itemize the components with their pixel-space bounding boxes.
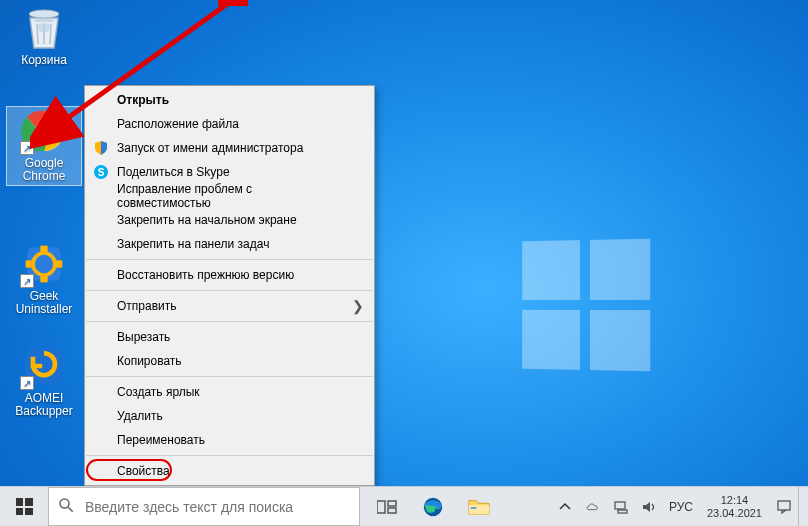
menu-item-run-as-admin[interactable]: Запуск от имени администратора <box>85 136 374 160</box>
menu-item-restore-previous[interactable]: Восстановить прежнюю версию <box>85 263 374 287</box>
menu-item-rename[interactable]: Переименовать <box>85 428 374 452</box>
desktop-icon-recycle-bin[interactable]: Корзина <box>6 4 82 69</box>
search-icon <box>57 496 75 518</box>
svg-rect-8 <box>26 260 33 267</box>
svg-rect-7 <box>40 275 47 282</box>
menu-item-properties[interactable]: Свойства <box>85 459 374 483</box>
menu-separator <box>86 259 373 260</box>
tray-network[interactable] <box>607 487 635 526</box>
menu-item-label: Закрепить на панели задач <box>117 237 269 251</box>
chrome-icon: ↗ <box>20 107 68 155</box>
skype-icon: S <box>93 164 109 180</box>
menu-item-label: Копировать <box>117 354 182 368</box>
geek-uninstaller-icon: ↗ <box>20 240 68 288</box>
tray-onedrive[interactable] <box>579 487 607 526</box>
menu-separator <box>86 321 373 322</box>
notification-icon <box>776 499 792 515</box>
svg-rect-22 <box>615 502 625 509</box>
menu-item-copy[interactable]: Копировать <box>85 349 374 373</box>
menu-item-troubleshoot-compat[interactable]: Исправление проблем с совместимостью <box>85 184 374 208</box>
menu-item-pin-start[interactable]: Закрепить на начальном экране <box>85 208 374 232</box>
svg-rect-20 <box>469 505 489 514</box>
svg-rect-18 <box>388 508 396 513</box>
menu-item-label: Переименовать <box>117 433 205 447</box>
menu-item-label: Вырезать <box>117 330 170 344</box>
recycle-bin-icon <box>20 4 68 52</box>
menu-item-label: Создать ярлык <box>117 385 200 399</box>
menu-item-pin-taskbar[interactable]: Закрепить на панели задач <box>85 232 374 256</box>
menu-item-cut[interactable]: Вырезать <box>85 325 374 349</box>
taskbar-app-edge[interactable] <box>410 487 456 526</box>
desktop-icon-aomei-backupper[interactable]: ↗ AOMEI Backupper <box>6 342 82 420</box>
tray-language[interactable]: РУС <box>663 487 699 526</box>
tray-action-center[interactable] <box>770 487 798 526</box>
menu-separator <box>86 290 373 291</box>
menu-item-file-location[interactable]: Расположение файла <box>85 112 374 136</box>
system-tray: РУС 12:14 23.04.2021 <box>551 487 808 526</box>
menu-item-create-shortcut[interactable]: Создать ярлык <box>85 380 374 404</box>
file-explorer-icon <box>468 497 490 517</box>
edge-icon <box>422 496 444 518</box>
svg-rect-24 <box>778 501 790 510</box>
shortcut-arrow-icon: ↗ <box>20 141 34 155</box>
taskbar-search[interactable] <box>48 487 360 526</box>
desktop-icon-label: Geek Uninstaller <box>6 290 82 318</box>
tray-time: 12:14 <box>721 494 749 507</box>
cloud-icon <box>585 499 601 515</box>
context-menu: Открыть Расположение файла Запуск от име… <box>84 85 375 486</box>
svg-rect-16 <box>377 501 385 513</box>
menu-separator <box>86 455 373 456</box>
svg-point-14 <box>60 499 69 508</box>
svg-rect-23 <box>618 510 627 513</box>
svg-rect-21 <box>471 507 477 509</box>
desktop-icon-geek-uninstaller[interactable]: ↗ Geek Uninstaller <box>6 240 82 318</box>
tray-volume[interactable] <box>635 487 663 526</box>
menu-item-label: Поделиться в Skype <box>117 165 230 179</box>
menu-item-label: Открыть <box>117 93 169 107</box>
desktop-icon-label: Google Chrome <box>7 157 81 185</box>
taskbar: РУС 12:14 23.04.2021 <box>0 486 808 526</box>
network-icon <box>613 499 629 515</box>
start-button[interactable] <box>0 487 48 526</box>
taskbar-pinned-apps <box>364 487 502 526</box>
task-view-icon <box>377 499 397 515</box>
svg-point-3 <box>37 124 51 138</box>
menu-item-share-skype[interactable]: S Поделиться в Skype <box>85 160 374 184</box>
menu-item-label: Отправить <box>117 299 177 313</box>
menu-item-send-to[interactable]: Отправить ❯ <box>85 294 374 318</box>
tray-date: 23.04.2021 <box>707 507 762 520</box>
menu-item-label: Расположение файла <box>117 117 239 131</box>
annotation-top-marker <box>218 0 248 6</box>
desktop-icon-google-chrome[interactable]: ↗ Google Chrome <box>6 106 82 186</box>
windows-logo-watermark <box>522 239 650 371</box>
windows-start-icon <box>16 498 33 515</box>
menu-separator <box>86 376 373 377</box>
desktop-icon-label: Корзина <box>6 54 82 69</box>
taskbar-task-view[interactable] <box>364 487 410 526</box>
menu-item-label: Исправление проблем с совместимостью <box>117 182 344 210</box>
menu-item-label: Запуск от имени администратора <box>117 141 303 155</box>
search-input[interactable] <box>85 499 351 515</box>
taskbar-app-file-explorer[interactable] <box>456 487 502 526</box>
svg-rect-17 <box>388 501 396 506</box>
speaker-icon <box>641 499 657 515</box>
show-desktop-button[interactable] <box>798 487 804 526</box>
chevron-up-icon <box>557 499 573 515</box>
aomei-backupper-icon: ↗ <box>20 342 68 390</box>
submenu-arrow-icon: ❯ <box>352 298 364 314</box>
tray-show-hidden[interactable] <box>551 487 579 526</box>
menu-item-delete[interactable]: Удалить <box>85 404 374 428</box>
desktop-icon-label: AOMEI Backupper <box>6 392 82 420</box>
svg-rect-9 <box>55 260 62 267</box>
menu-item-label: Восстановить прежнюю версию <box>117 268 294 282</box>
tray-lang-label: РУС <box>669 500 693 514</box>
menu-item-open[interactable]: Открыть <box>85 88 374 112</box>
tray-clock[interactable]: 12:14 23.04.2021 <box>699 487 770 526</box>
svg-point-0 <box>29 10 59 18</box>
menu-item-label: Удалить <box>117 409 163 423</box>
svg-rect-6 <box>40 246 47 253</box>
menu-item-label: Свойства <box>117 464 170 478</box>
svg-line-15 <box>68 507 73 512</box>
shortcut-arrow-icon: ↗ <box>20 274 34 288</box>
shortcut-arrow-icon: ↗ <box>20 376 34 390</box>
